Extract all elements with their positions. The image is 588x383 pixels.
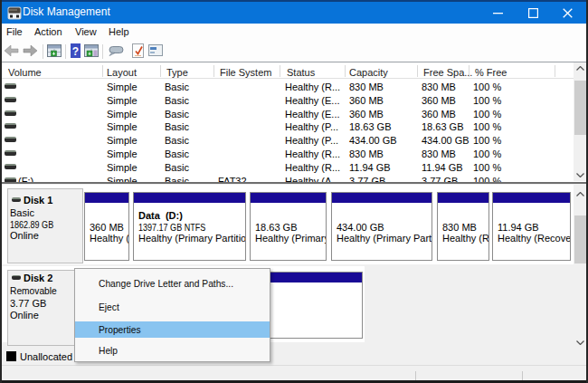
svg-text:?: ? (72, 45, 79, 58)
